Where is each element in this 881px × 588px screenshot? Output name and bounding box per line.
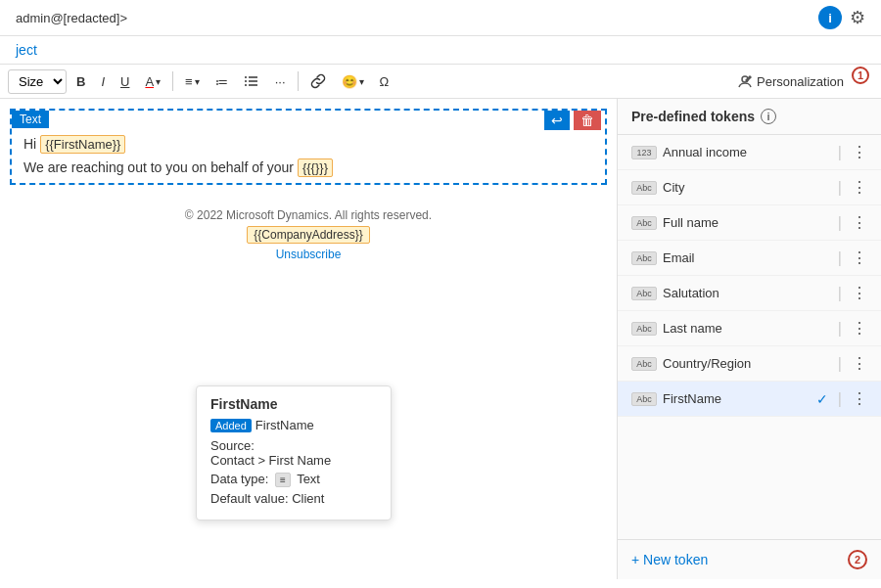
- token-separator: |: [838, 390, 842, 408]
- tooltip-default-row: Default value: Client: [210, 491, 377, 506]
- emoji-chevron: ▾: [359, 76, 364, 87]
- new-token-label: + New token: [631, 552, 708, 567]
- token-list-item[interactable]: AbcFull name|⋮: [618, 205, 881, 241]
- token-type-icon: Abc: [631, 181, 657, 195]
- gear-icon[interactable]: ⚙: [850, 7, 865, 28]
- underline-button[interactable]: U: [115, 70, 135, 93]
- svg-point-3: [245, 76, 247, 78]
- font-color-label: A: [145, 74, 154, 89]
- token-list: 123Annual income|⋮AbcCity|⋮AbcFull name|…: [618, 135, 881, 539]
- token-list-item[interactable]: AbcCity|⋮: [618, 170, 881, 205]
- token-type-icon: Abc: [631, 322, 657, 336]
- ordered-list-button[interactable]: ≔: [209, 70, 234, 93]
- token-more-button[interactable]: ⋮: [852, 249, 867, 267]
- new-token-badge: 2: [848, 550, 867, 569]
- token-separator: |: [838, 320, 842, 338]
- token-type-icon: Abc: [631, 392, 657, 406]
- align-chevron: ▾: [195, 76, 200, 87]
- link-button[interactable]: [304, 69, 332, 93]
- footer-area: © 2022 Microsoft Dynamics. All rights re…: [10, 201, 607, 269]
- firstname-token[interactable]: {{FirstName}}: [40, 135, 125, 154]
- more-button[interactable]: ···: [269, 70, 292, 93]
- toolbar: Size B I U A ▾ ≡ ▾ ≔ ··· 😊 ▾ Ω Personali…: [0, 65, 881, 99]
- datatype-icon: ≡: [275, 473, 291, 487]
- footer-copyright: © 2022 Microsoft Dynamics. All rights re…: [18, 208, 599, 222]
- token-type-icon: Abc: [631, 357, 657, 371]
- user-email: admin@[redacted]>: [16, 11, 127, 25]
- emoji-button[interactable]: 😊 ▾: [336, 70, 370, 93]
- right-panel: Pre-defined tokens i 123Annual income|⋮A…: [617, 99, 881, 579]
- token-separator: |: [838, 179, 842, 197]
- info-icon[interactable]: i: [818, 6, 842, 29]
- token-separator: |: [838, 355, 842, 373]
- text-block: Text ↩ 🗑 Hi {{FirstName}} We are reachin…: [10, 109, 607, 185]
- tooltip-added-row: Added FirstName: [210, 418, 377, 432]
- token-separator: |: [838, 285, 842, 302]
- token-name-label: Salutation: [663, 286, 828, 300]
- unsubscribe-link[interactable]: Unsubscribe: [276, 248, 342, 261]
- panel-info-icon[interactable]: i: [761, 109, 776, 124]
- main-area: Text ↩ 🗑 Hi {{FirstName}} We are reachin…: [0, 99, 881, 579]
- size-select[interactable]: Size: [8, 69, 67, 94]
- tooltip-datatype-value: Text: [297, 472, 320, 486]
- token-name-label: FirstName: [663, 391, 811, 406]
- top-bar-actions: i ⚙: [818, 6, 865, 29]
- new-token-button[interactable]: + New token: [631, 552, 708, 567]
- bold-button[interactable]: B: [70, 70, 91, 93]
- subject-label: ject: [16, 42, 37, 58]
- align-button[interactable]: ≡ ▾: [179, 70, 206, 93]
- top-bar: admin@[redacted]> i ⚙: [0, 0, 881, 36]
- toolbar-divider-1: [172, 71, 173, 91]
- text-line-1: Hi {{FirstName}}: [23, 136, 593, 152]
- unordered-list-button[interactable]: [238, 69, 265, 93]
- token-more-button[interactable]: ⋮: [852, 319, 867, 338]
- token-separator: |: [838, 144, 842, 161]
- tooltip-added-value: FirstName: [255, 418, 314, 432]
- svg-point-4: [245, 80, 247, 82]
- subject-row: ject: [0, 36, 881, 65]
- italic-button[interactable]: I: [95, 70, 111, 93]
- token-more-button[interactable]: ⋮: [852, 354, 867, 373]
- tooltip-source-value: Contact > First Name: [210, 453, 331, 468]
- tooltip-title: FirstName: [210, 396, 377, 412]
- svg-point-5: [245, 84, 247, 86]
- token-list-item[interactable]: AbcCountry/Region|⋮: [618, 346, 881, 382]
- token-more-button[interactable]: ⋮: [852, 284, 867, 302]
- token-type-icon: 123: [631, 146, 657, 159]
- tooltip-datatype-row: Data type: ≡ Text: [210, 472, 377, 487]
- token-list-item[interactable]: AbcSalutation|⋮: [618, 276, 881, 311]
- personalization-button[interactable]: Personalization 1: [729, 68, 873, 94]
- added-badge: Added: [210, 419, 252, 432]
- token-list-item[interactable]: AbcEmail|⋮: [618, 241, 881, 276]
- font-color-button[interactable]: A ▾: [139, 70, 166, 93]
- text-block-actions: ↩ 🗑: [544, 111, 601, 130]
- token-more-button[interactable]: ⋮: [852, 213, 867, 232]
- token-list-item[interactable]: AbcFirstName✓|⋮: [618, 382, 881, 417]
- delete-block-button[interactable]: 🗑: [574, 111, 601, 130]
- panel-header: Pre-defined tokens i: [618, 99, 881, 135]
- token-type-icon: Abc: [631, 216, 657, 230]
- token-list-item[interactable]: AbcLast name|⋮: [618, 311, 881, 346]
- token-check-icon: ✓: [816, 391, 828, 407]
- tooltip-source-row: Source: Contact > First Name: [210, 438, 377, 468]
- token-name-label: Country/Region: [663, 356, 828, 371]
- token-list-item[interactable]: 123Annual income|⋮: [618, 135, 881, 170]
- dropdown-chevron: ▾: [156, 76, 161, 87]
- token-name-label: Email: [663, 250, 828, 265]
- token-type-icon: Abc: [631, 251, 657, 265]
- token-name-label: Annual income: [663, 145, 828, 159]
- text-line-2: We are reaching out to you on behalf of …: [23, 159, 593, 175]
- move-back-button[interactable]: ↩: [544, 111, 570, 130]
- tooltip-default-value: Client: [292, 491, 324, 506]
- token-more-button[interactable]: ⋮: [852, 143, 867, 161]
- token-more-button[interactable]: ⋮: [852, 389, 867, 408]
- token-name-label: Full name: [663, 215, 828, 230]
- empty-token[interactable]: {{{}}}: [298, 158, 333, 177]
- token-tooltip: FirstName Added FirstName Source: Contac…: [196, 385, 392, 520]
- omega-button[interactable]: Ω: [374, 70, 395, 93]
- text-block-label: Text: [12, 111, 49, 128]
- company-address-token[interactable]: {{CompanyAddress}}: [247, 226, 369, 244]
- token-separator: |: [838, 214, 842, 232]
- token-more-button[interactable]: ⋮: [852, 178, 867, 197]
- panel-footer: + New token 2: [618, 539, 881, 579]
